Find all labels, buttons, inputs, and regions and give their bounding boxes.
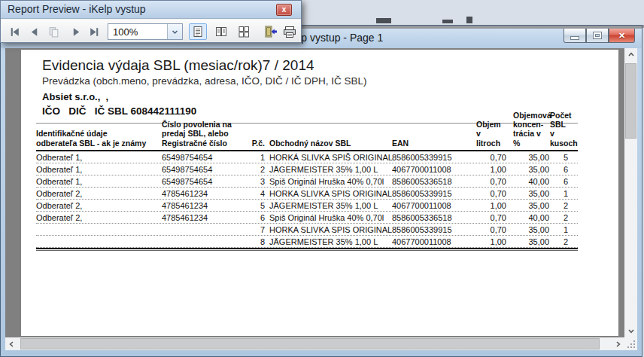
vertical-scrollbar[interactable] <box>624 48 637 337</box>
cell-seq: 6 <box>247 213 265 222</box>
report-client-area: Evidencia výdaja SBL (mesiac/rok)7 / 201… <box>5 48 637 350</box>
cell-concentration: 40,00 <box>513 213 549 222</box>
multi-page-view-button[interactable] <box>235 23 253 40</box>
cell-name: Spiš Originál Hruška 40% 0,70l <box>269 213 391 222</box>
cell-count: 5 <box>550 153 578 162</box>
cell-volume: 0,70 <box>476 189 506 198</box>
cell-count: 1 <box>550 189 578 198</box>
two-page-view-icon <box>215 26 227 38</box>
cell-volume: 0,70 <box>476 177 506 186</box>
cell-concentration: 35,00 <box>513 153 549 162</box>
cell-count: 6 <box>550 177 578 186</box>
background-window-text-fragment <box>376 18 391 23</box>
minimize-icon <box>571 37 579 39</box>
vertical-scroll-thumb[interactable] <box>625 63 636 139</box>
report-table: Identifikačné údaje odberateľa SBL - ak … <box>36 123 578 251</box>
scroll-right-button[interactable] <box>612 337 624 350</box>
cell-concentration: 40,00 <box>513 177 549 186</box>
cell-permit: 4785461234 <box>162 213 247 222</box>
first-page-button[interactable] <box>5 23 23 40</box>
cell-seq: 5 <box>247 201 265 210</box>
maximize-icon <box>594 32 601 38</box>
previous-page-icon <box>28 26 41 38</box>
multi-page-view-icon <box>238 26 250 38</box>
screen: iKelp vystup - Page 1 ✕ Evidencia výdaja… <box>0 0 644 357</box>
header-concentration: Objemová koncen- trácia v % <box>513 111 549 148</box>
cell-customer: Odberateľ 2, <box>36 213 162 222</box>
cell-ean: 8586005339915 <box>392 153 467 162</box>
close-icon: ✕ <box>618 31 625 41</box>
zoom-value: 100% <box>108 24 167 39</box>
horizontal-scrollbar[interactable] <box>5 337 624 350</box>
table-row: Odberateľ 2, 4785461234 6 Spiš Originál … <box>36 212 578 224</box>
cell-volume: 1,00 <box>476 201 506 210</box>
main-window: iKelp vystup - Page 1 ✕ Evidencia výdaja… <box>0 25 642 357</box>
exit-door-icon <box>264 26 278 38</box>
preview-title: Report Preview - iKelp vystup <box>8 3 146 15</box>
table-row: Odberateľ 2, 4785461234 5 JÄGERMEISTER 3… <box>36 200 578 212</box>
scroll-down-button[interactable] <box>624 325 637 337</box>
table-row: Odberateľ 1, 65498754654 1 HORKÁ SLIVKA … <box>36 151 578 163</box>
maximize-button[interactable] <box>586 29 609 43</box>
cell-seq: 2 <box>247 165 265 174</box>
cell-volume: 0,70 <box>476 225 506 234</box>
next-page-icon <box>70 26 83 38</box>
cell-permit: 4785461234 <box>162 189 247 198</box>
pages-copy-icon <box>47 26 60 38</box>
cell-volume: 0,70 <box>476 213 506 222</box>
exit-preview-button[interactable] <box>262 23 280 40</box>
cell-ean: 4067700011008 <box>392 165 467 174</box>
report-preview-window: Report Preview - iKelp vystup x 100% <box>0 0 302 43</box>
header-seq: P.č. <box>247 139 265 148</box>
table-row: 8 JÄGERMEISTER 35% 1,00 L 4067700011008 … <box>36 236 578 248</box>
cell-volume: 1,00 <box>476 237 506 246</box>
cell-name: JÄGERMEISTER 35% 1,00 L <box>269 201 391 210</box>
cell-concentration: 35,00 <box>513 225 549 234</box>
header-ean: EAN <box>392 139 467 148</box>
table-row: 7 HORKA SLIVKA SPIS ORIGINAL 85860053399… <box>36 224 578 236</box>
cell-name: HORKÁ SLIVKA SPIŠ ORIGINAL <box>269 153 391 162</box>
scroll-left-button[interactable] <box>5 337 17 350</box>
cell-customer: Odberateľ 2, <box>36 189 162 198</box>
cell-permit: 65498754654 <box>162 177 247 186</box>
last-page-button[interactable] <box>85 23 103 40</box>
report-subtitle: Prevádzka (obch.meno, prevádzka, adresa,… <box>42 75 366 87</box>
preview-close-button[interactable]: x <box>276 4 292 16</box>
next-page-button[interactable] <box>67 23 85 40</box>
previous-page-button[interactable] <box>25 23 43 40</box>
cell-count: 6 <box>550 165 578 174</box>
resize-grip[interactable] <box>624 337 637 350</box>
single-page-view-button[interactable] <box>189 23 207 40</box>
cell-ean: 4067700011008 <box>392 237 467 246</box>
background-window <box>299 0 644 28</box>
header-count: Počet SBL v kusoch <box>550 111 578 148</box>
close-button[interactable]: ✕ <box>609 29 635 43</box>
cell-count: 1 <box>550 225 578 234</box>
cell-permit: 65498754654 <box>162 153 247 162</box>
cell-customer: Odberateľ 1, <box>36 165 162 174</box>
cell-name: JÄGERMEISTER 35% 1,00 L <box>269 165 391 174</box>
header-trade-name: Obchodný názov SBL <box>269 139 391 148</box>
zoom-combobox[interactable]: 100% <box>108 23 183 40</box>
print-button[interactable] <box>281 23 299 40</box>
table-row: Odberateľ 1, 65498754654 3 Spiš Originál… <box>36 175 578 188</box>
cell-ean: 8586005336518 <box>392 177 467 186</box>
preview-toolbar: 100% <box>1 20 301 42</box>
header-permit-number: Číslo povolenia na predaj SBL, alebo Reg… <box>162 120 247 148</box>
cell-customer: Odberateľ 1, <box>36 177 162 186</box>
minimize-button[interactable] <box>564 29 586 43</box>
cell-name: HORKA SLIVKA SPIS ORIGINAL <box>269 189 391 198</box>
report-company: Absiet s.r.o., , <box>42 91 108 102</box>
horizontal-scroll-thumb[interactable] <box>20 338 600 349</box>
two-page-view-button[interactable] <box>212 23 230 40</box>
preview-titlebar[interactable]: Report Preview - iKelp vystup x <box>1 1 301 19</box>
pages-copy-button[interactable] <box>44 23 62 40</box>
last-page-icon <box>88 26 101 38</box>
scroll-up-button[interactable] <box>624 48 637 60</box>
chevron-down-icon[interactable] <box>167 24 182 39</box>
cell-ean: 8586005339915 <box>392 189 467 198</box>
table-header-row: Identifikačné údaje odberateľa SBL - ak … <box>36 123 578 151</box>
header-identification: Identifikačné údaje odberateľa SBL - ak … <box>36 129 162 148</box>
cell-permit: 4785461234 <box>162 201 247 210</box>
cell-name: HORKA SLIVKA SPIS ORIGINAL <box>269 225 391 234</box>
